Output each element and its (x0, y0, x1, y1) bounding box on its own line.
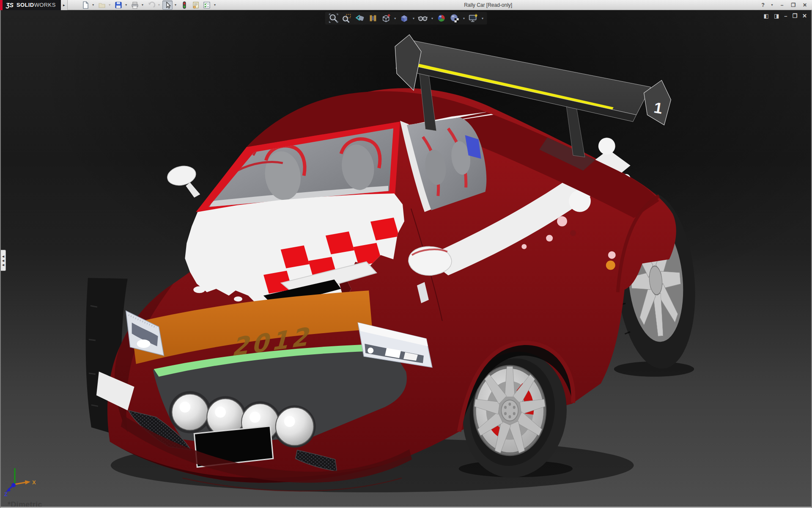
rebuild-button[interactable] (179, 0, 189, 10)
dropdown-caret-icon[interactable]: ▼ (412, 17, 415, 20)
zoom-to-fit-icon (328, 13, 338, 23)
new-document-icon (81, 1, 90, 9)
dropdown-caret-icon[interactable]: ▼ (462, 17, 465, 20)
file-properties-button[interactable] (190, 0, 200, 10)
solidworks-window: ƷS SOLIDWORKS ▸ ▼ ▼ (0, 0, 812, 508)
dropdown-caret-icon[interactable]: ▼ (158, 3, 161, 6)
dropdown-caret-icon[interactable]: ▼ (174, 3, 177, 6)
edit-appearance-button[interactable] (436, 13, 447, 24)
feature-manager-collapse-tab[interactable]: ◀ ◀ ◀ (1, 250, 6, 271)
zoom-to-area-button[interactable] (341, 13, 352, 24)
zoom-to-fit-button[interactable] (328, 13, 339, 24)
help-button[interactable]: ? (759, 2, 767, 8)
dropdown-caret-icon[interactable]: ▼ (92, 3, 95, 6)
rebuild-traffic-light-icon (180, 1, 188, 9)
open-document-button[interactable] (97, 0, 107, 10)
close-button[interactable]: ✕ (801, 2, 809, 8)
logo-text-bold: SOLID (16, 2, 34, 8)
file-properties-icon (191, 1, 200, 9)
dropdown-caret-icon[interactable]: ▼ (481, 17, 484, 20)
heads-up-view-toolbar: ▼ ▼ ▼ (325, 12, 487, 25)
apply-scene-icon (450, 13, 460, 23)
restore-button[interactable]: ❐ (790, 2, 797, 8)
main-toolbar: ▼ ▼ ▼ ▼ (68, 0, 217, 10)
save-icon (114, 1, 123, 9)
menu-flyout-arrow[interactable]: ▸ (61, 0, 68, 10)
dropdown-caret-icon[interactable]: ▼ (394, 17, 397, 20)
options-icon (203, 1, 211, 9)
view-orientation-label: *Dimetric (8, 500, 42, 508)
section-view-icon (368, 13, 378, 23)
previous-view-button[interactable] (354, 13, 365, 24)
undo-icon (147, 1, 156, 9)
document-restore-button[interactable]: ❐ (792, 13, 797, 19)
display-style-button[interactable] (399, 13, 410, 24)
section-view-button[interactable] (367, 13, 379, 24)
select-tool-button[interactable] (162, 0, 173, 10)
previous-view-icon (354, 13, 365, 23)
pane-toggle-left-icon[interactable]: ◧ (764, 13, 769, 19)
options-button[interactable] (202, 0, 212, 10)
display-style-icon (399, 13, 409, 23)
rally-car-model[interactable]: 2012 (1, 10, 811, 507)
graphics-viewport[interactable]: 2012 (0, 10, 812, 508)
triad-z-label: Z (4, 491, 8, 497)
view-settings-icon (468, 13, 478, 23)
document-close-button[interactable]: ✕ (802, 13, 807, 19)
minimize-button[interactable]: – (778, 2, 786, 8)
collapse-arrow-icon: ◀ (2, 263, 4, 266)
dropdown-caret-icon[interactable]: ▼ (213, 3, 216, 6)
select-cursor-icon (163, 1, 172, 9)
document-window-controls: ◧ ◨ – ❐ ✕ (764, 13, 807, 19)
undo-button[interactable] (146, 0, 156, 10)
solidworks-logo: ƷS SOLIDWORKS (0, 0, 61, 10)
document-minimize-button[interactable]: – (784, 13, 787, 19)
dropdown-caret-icon[interactable]: ▼ (431, 17, 434, 20)
apply-scene-button[interactable] (449, 13, 460, 24)
pane-toggle-right-icon[interactable]: ◨ (774, 13, 779, 19)
print-icon (131, 1, 139, 9)
dropdown-caret-icon[interactable]: ▼ (108, 3, 111, 6)
logo-red-accent (0, 0, 3, 10)
zoom-to-area-icon (341, 13, 351, 23)
solidworks-logo-mark-icon: ƷS (6, 2, 14, 8)
dropdown-caret-icon[interactable]: ▼ (141, 3, 144, 6)
logo-text-light: WORKS (34, 2, 56, 8)
print-button[interactable] (130, 0, 140, 10)
title-bar: ƷS SOLIDWORKS ▸ ▼ ▼ (0, 0, 812, 10)
open-document-icon (98, 1, 106, 9)
new-document-button[interactable] (80, 0, 91, 10)
view-settings-button[interactable] (467, 13, 479, 24)
collapse-arrow-icon: ◀ (2, 255, 4, 258)
document-title: Rally Car [Read-only] (217, 2, 759, 8)
collapse-arrow-icon: ◀ (2, 259, 4, 262)
view-orientation-icon (381, 13, 391, 23)
view-orientation-button[interactable] (380, 13, 392, 24)
triad-x-label: X (32, 479, 36, 486)
dropdown-caret-icon[interactable]: ▼ (771, 3, 774, 6)
eyeglasses-icon (418, 13, 428, 23)
left-side-mirror (166, 163, 200, 197)
hide-show-items-button[interactable] (417, 13, 429, 24)
appearance-sphere-icon (436, 13, 447, 23)
save-button[interactable] (113, 0, 123, 10)
app-window-controls: ? ▼ – ❐ ✕ (759, 2, 812, 8)
dropdown-caret-icon[interactable]: ▼ (125, 3, 128, 6)
